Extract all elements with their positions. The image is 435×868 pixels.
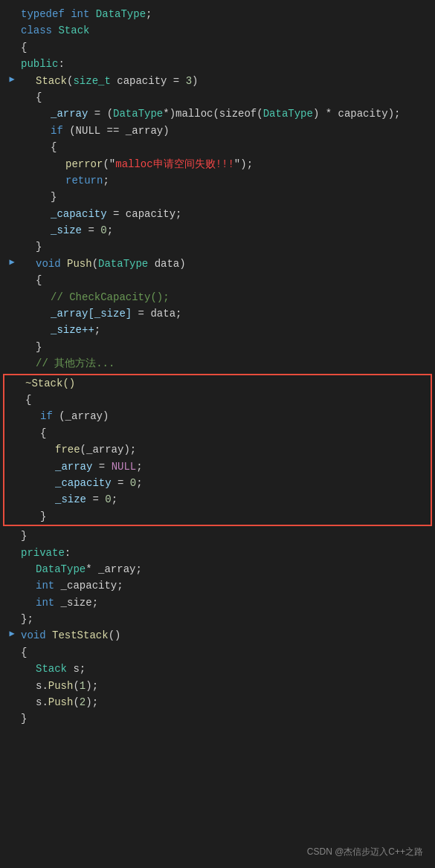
code-line: _array = NULL; (4, 459, 431, 475)
code-line: { (0, 89, 435, 106)
line-content: s.Push(2); (21, 694, 429, 710)
code-line: }; (0, 611, 435, 627)
line-content: int _capacity; (21, 577, 429, 594)
line-content: _capacity = capacity; (21, 206, 429, 222)
code-line: int _size; (0, 595, 435, 611)
code-line: { (4, 392, 431, 408)
code-line: typedef int DataType; (0, 6, 435, 22)
code-line: } (0, 339, 435, 355)
line-gutter: ▶ (6, 73, 18, 87)
code-line: _capacity = capacity; (0, 206, 435, 222)
line-content: // CheckCapacity(); (21, 289, 429, 305)
line-content: _array = NULL; (25, 459, 425, 475)
line-content: } (21, 528, 429, 544)
code-line: } (0, 528, 435, 544)
footer-attribution: CSDN @杰信步迈入C++之路 (307, 845, 423, 859)
line-content: { (21, 139, 429, 155)
line-content: if (NULL == _array) (21, 123, 429, 139)
code-line: private: (0, 545, 435, 561)
line-content: perror("malloc申请空间失败!!!"); (21, 156, 429, 172)
destructor-highlight-box: ~Stack() { if (_array) { free(_array); _… (3, 374, 432, 527)
code-line: { (4, 425, 431, 441)
line-content: DataType* _array; (21, 561, 429, 577)
code-line: } (0, 239, 435, 255)
line-content: s.Push(1); (21, 678, 429, 694)
code-line: if (_array) (4, 408, 431, 424)
line-content: { (21, 89, 429, 106)
code-line: _array = (DataType*)malloc(sizeof(DataTy… (0, 106, 435, 122)
code-line: if (NULL == _array) (0, 123, 435, 139)
code-line: { (0, 272, 435, 288)
code-line: ▶ Stack(size_t capacity = 3) (0, 73, 435, 89)
line-content: { (25, 425, 425, 441)
code-line: } (0, 710, 435, 727)
code-line: public: (0, 56, 435, 72)
line-gutter: ▶ (6, 627, 18, 641)
code-line: // CheckCapacity(); (0, 289, 435, 305)
code-line: ▶ void Push(DataType data) (0, 256, 435, 272)
code-line: // 其他方法... (0, 355, 435, 372)
code-line: ▶ void TestStack() (0, 627, 435, 644)
code-line: _size++; (0, 322, 435, 338)
line-content: _size = 0; (25, 491, 425, 508)
code-line: } (4, 508, 431, 525)
line-content: } (21, 239, 429, 255)
line-content: _size++; (21, 322, 429, 338)
code-line: class Stack (0, 22, 435, 39)
line-content: }; (21, 611, 429, 627)
code-line: free(_array); (4, 441, 431, 458)
line-content: Stack s; (21, 661, 429, 677)
code-line: DataType* _array; (0, 561, 435, 577)
line-content: free(_array); (25, 441, 425, 458)
line-content: class Stack (21, 22, 429, 39)
line-content: private: (21, 545, 429, 561)
line-content: _array[_size] = data; (21, 305, 429, 322)
line-content: public: (21, 56, 429, 72)
code-line: { (0, 39, 435, 56)
code-editor: typedef int DataType; class Stack { publ… (0, 0, 435, 832)
line-content: { (21, 644, 429, 661)
code-line: _array[_size] = data; (0, 305, 435, 322)
line-content: Stack(size_t capacity = 3) (21, 73, 429, 89)
line-content: _size = 0; (21, 222, 429, 239)
line-content: { (21, 272, 429, 288)
line-content: int _size; (21, 595, 429, 611)
line-content: _capacity = 0; (25, 475, 425, 491)
code-line: Stack s; (0, 661, 435, 677)
code-line: ~Stack() (4, 375, 431, 392)
code-line: _capacity = 0; (4, 475, 431, 491)
code-line: s.Push(1); (0, 678, 435, 694)
line-content: _array = (DataType*)malloc(sizeof(DataTy… (21, 106, 429, 122)
code-line: { (0, 139, 435, 155)
code-line: s.Push(2); (0, 694, 435, 710)
line-content: if (_array) (25, 408, 425, 424)
code-line: int _capacity; (0, 577, 435, 594)
line-content: { (21, 39, 429, 56)
line-content: void TestStack() (21, 627, 429, 644)
code-line: _size = 0; (4, 491, 431, 508)
code-line: { (0, 644, 435, 661)
line-content: typedef int DataType; (21, 6, 429, 22)
code-line: return; (0, 172, 435, 189)
line-content: } (21, 189, 429, 205)
line-gutter: ▶ (6, 256, 18, 270)
code-line: _size = 0; (0, 222, 435, 239)
code-line: } (0, 189, 435, 205)
line-content: return; (21, 172, 429, 189)
code-line: perror("malloc申请空间失败!!!"); (0, 156, 435, 172)
line-content: } (21, 710, 429, 727)
line-content: // 其他方法... (21, 355, 429, 372)
line-content: } (21, 339, 429, 355)
line-content: { (25, 392, 425, 408)
line-content: } (25, 508, 425, 525)
line-content: ~Stack() (25, 375, 425, 392)
line-content: void Push(DataType data) (21, 256, 429, 272)
